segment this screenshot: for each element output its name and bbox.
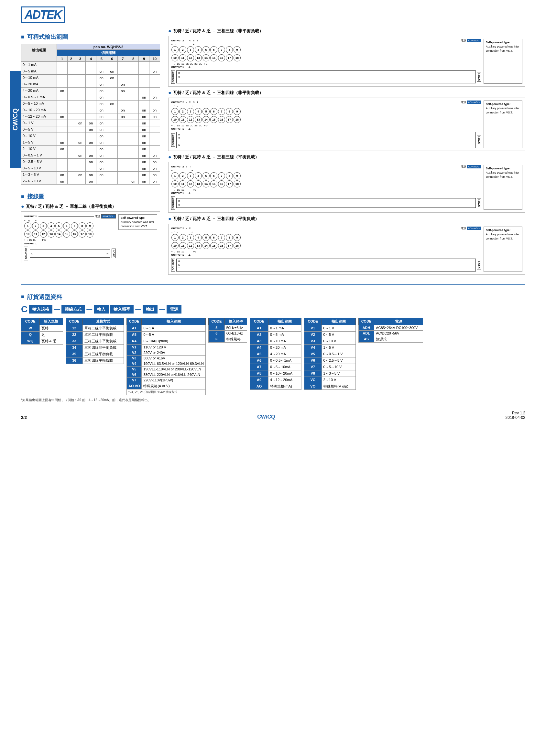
range-cell: on	[96, 107, 107, 114]
range-cell: on	[128, 178, 139, 185]
range-cell	[75, 68, 86, 75]
range-cell	[128, 94, 139, 100]
name-cell: 0～0.5～1mA	[268, 357, 301, 364]
range-cell	[86, 165, 97, 172]
name-cell: 220V-110V(1P3W)	[142, 377, 206, 383]
range-cell	[86, 88, 97, 94]
table-row: A54～20 mA	[250, 351, 301, 357]
range-cell: on	[96, 165, 107, 172]
range-cell	[128, 114, 139, 120]
name-cell: 單相二線平衡負載	[82, 331, 124, 338]
code-cell: V1	[127, 344, 142, 350]
range-cell: on	[139, 178, 150, 185]
code-cell: A9	[250, 377, 268, 383]
range-cell	[128, 152, 139, 159]
terminal-4: 4	[47, 222, 55, 230]
range-cell	[128, 126, 139, 133]
terminal-8: 8	[79, 222, 86, 230]
range-cell	[67, 100, 75, 107]
name-cell: AC85~264V DC100~300V	[374, 325, 423, 330]
range-cell: on	[139, 126, 150, 133]
code-cell: V5	[304, 351, 322, 357]
range-cell	[107, 88, 117, 94]
table-row: V1110V or 120 V	[127, 344, 206, 350]
range-cell	[86, 114, 97, 120]
range-cell	[57, 165, 68, 172]
range-cell	[128, 172, 139, 178]
range-cell	[107, 165, 117, 172]
terminal-15: 15	[63, 230, 70, 237]
name-cell: 1～5 V	[322, 344, 355, 351]
code-cell: AO	[250, 383, 268, 390]
range-cell	[128, 139, 139, 146]
name-cell: 單相二線非平衡負載	[82, 325, 124, 331]
table-row: A10～1 A	[127, 325, 206, 331]
footer-rev: Rev 1.2 2018-04-02	[506, 411, 525, 420]
range-cell	[75, 88, 86, 94]
table-row: A94～12～20mA	[250, 377, 301, 383]
table-output-range1: CODE 輸出範圍 A10～1 mAA20～5 mAA30～10 mAA40～2…	[250, 318, 301, 390]
range-cell: on	[57, 114, 68, 120]
range-cell: on	[139, 172, 150, 178]
range-cell: on	[75, 139, 86, 146]
wiring-title-3p4w-unbal: ● 瓦特 / 乏 / 瓦特 & 乏 － 三相四線（非平衡負載）	[168, 90, 525, 96]
range-cell	[75, 165, 86, 172]
flow-input-spec: 輸入規格	[29, 305, 52, 313]
terminal-9: 9	[86, 222, 94, 230]
range-cell	[117, 94, 128, 100]
range-cell	[107, 152, 117, 159]
range-cell	[117, 146, 128, 152]
range-row-label: 4～20 mA	[21, 88, 57, 94]
code-cell: Q	[21, 331, 40, 338]
range-cell: on	[75, 172, 86, 178]
range-cell	[86, 107, 97, 114]
name-cell: 無源式	[374, 336, 423, 342]
range-cell	[128, 81, 139, 88]
name-cell: 190VLL-110VLN or 208VLL-120VLN	[142, 366, 206, 372]
range-cell	[57, 62, 68, 68]
range-cell	[57, 75, 68, 81]
table-input-range: CODE 輸入範圍 A10～1 AA50～5 AAA0～10A(Option)V…	[127, 318, 206, 395]
range-cell	[86, 100, 97, 107]
range-cell	[75, 75, 86, 81]
range-cell: on	[150, 172, 160, 178]
range-row-label: 0～0.5～1 mA	[21, 94, 57, 100]
range-cell: on	[139, 114, 150, 120]
range-cell	[150, 126, 160, 133]
range-cell	[117, 75, 128, 81]
range-cell: on	[107, 68, 117, 75]
name-cell: 特殊規格(mA)	[268, 383, 301, 390]
code-cell: V3	[304, 338, 322, 344]
range-cell: on	[139, 107, 150, 114]
range-cell	[67, 152, 75, 159]
code-cell: 35	[66, 351, 83, 357]
table-row: 12單相二線非平衡負載	[66, 325, 124, 331]
table-row: V60～2.5～5 V	[304, 357, 355, 364]
range-cell: on	[150, 178, 160, 185]
table-row: ADHAC85~264V DC100~300V	[358, 325, 423, 330]
section-order: 訂貨選型資料	[21, 293, 525, 301]
range-cell: on	[150, 114, 160, 120]
range-cell	[107, 178, 117, 185]
order-c: C	[21, 304, 27, 314]
name-cell: 0～2.5～5 V	[322, 357, 355, 364]
table-row: 34三相四線非平衡負載	[66, 344, 124, 351]
range-cell: on	[96, 100, 107, 107]
code-cell: WQ	[21, 338, 40, 344]
range-cell	[117, 68, 128, 75]
page-number: 2/2	[21, 415, 27, 420]
code-block-input-range: CODE 輸入範圍 A10～1 AA50～5 AAA0～10A(Option)V…	[127, 318, 206, 395]
range-cell: on	[150, 165, 160, 172]
name-cell: 0～5 mA	[268, 331, 301, 338]
code-cell: 5	[208, 325, 224, 330]
terminal-2: 2	[32, 222, 39, 230]
code-cell: A2	[250, 331, 268, 338]
range-row-label: 0～5 mA	[21, 68, 57, 75]
range-cell: on	[139, 152, 150, 159]
name-cell: 0～10 mA	[268, 338, 301, 344]
range-cell	[128, 75, 139, 81]
terminal-14: 14	[55, 230, 62, 237]
code-cell: ADL	[358, 330, 374, 336]
range-row-label: 4～12～20 mA	[21, 114, 57, 120]
range-cell: on	[86, 139, 97, 146]
